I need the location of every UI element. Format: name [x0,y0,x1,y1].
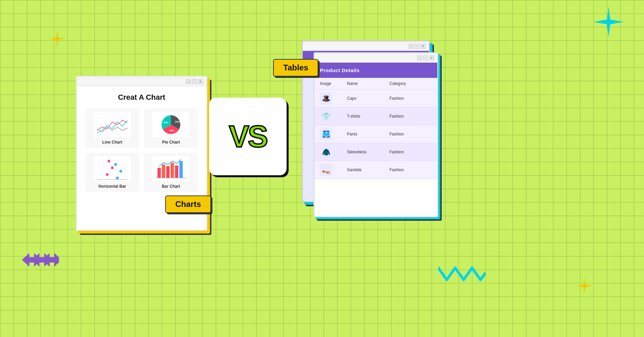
deco-star-yellow [49,30,66,47]
row-1-category: Fashion [389,114,432,119]
table-col-headers: Image Name Category [315,78,437,90]
svg-point-22 [116,177,119,179]
row-4-category: Fashion [389,167,432,172]
col-category-header: Category [389,81,432,86]
svg-rect-30 [179,161,183,178]
deco-arrows-purple [22,253,59,270]
line-chart-preview [94,112,131,137]
table-row: 🩳 Pants Fashion [315,125,437,143]
svg-text:40%: 40% [164,121,169,124]
table-header-title: Product Details [320,67,360,73]
table-back-close: ✕ [421,44,426,49]
charts-badge: Charts [165,195,211,213]
svg-point-21 [106,173,109,176]
chart-grid: Line Chart [85,109,198,192]
table-back-min: □ [409,44,413,49]
table-header-bar: Product Details [315,63,437,78]
table-back-max: ○ [415,44,419,49]
svg-rect-29 [175,165,178,178]
deco-zigzag-cyan [438,263,479,283]
window-minimize-btn[interactable]: □ [186,79,191,84]
table-window-close[interactable]: ✕ [429,56,434,60]
bar-chart-card[interactable]: Bar Chart [144,153,198,192]
svg-point-17 [108,160,110,162]
window-maximize-btn[interactable]: ○ [192,79,197,84]
svg-text:40%: 40% [170,129,175,132]
table-window-max[interactable]: ○ [423,56,428,60]
row-3-category: Fashion [389,150,432,154]
bar-chart-label: Bar Chart [162,184,180,189]
caps-icon: 🎩 [320,92,332,104]
row-2-img: 🩳 [320,128,347,140]
table-back-titlebar: □ ○ ✕ [303,41,429,51]
col-image-header: Image [320,81,347,86]
row-0-category: Fashion [389,96,432,101]
deco-star-yellow-br [577,278,592,293]
row-1-img: 👕 [320,110,347,122]
charts-titlebar: □ ○ ✕ [77,77,206,86]
svg-rect-28 [171,163,174,178]
pie-chart-preview: 20% 40% 40% [152,112,189,137]
sandals-icon: 👡 [320,164,332,176]
table-row: 🧥 Sleeveless Fashion [315,143,437,161]
row-1-name: T-shirts [347,114,389,119]
window-close-btn[interactable]: ✕ [198,79,203,84]
tables-badge: Tables [273,59,318,76]
table-titlebar: □ ○ ✕ [315,53,437,63]
pie-chart-label: Pie Chart [162,140,180,145]
svg-rect-26 [162,164,165,178]
tshirts-icon: 👕 [320,110,332,122]
svg-rect-3 [94,112,131,137]
horizontal-bar-label: Horizontal Bar [98,184,126,189]
table-window-min[interactable]: □ [417,56,422,60]
col-name-header: Name [347,81,389,86]
table-row: 🎩 Caps Fashion [315,90,437,108]
pie-chart-card[interactable]: 20% 40% 40% Pie Chart [144,109,198,148]
svg-rect-25 [157,168,161,178]
horizontal-bar-preview [94,156,131,181]
vs-box: VS [209,98,287,175]
svg-rect-27 [166,166,170,178]
svg-text:20%: 20% [175,121,180,123]
charts-window-title: Creat A Chart [85,93,198,102]
row-4-img: 👡 [320,164,347,176]
vs-label: VS [229,119,267,154]
row-3-name: Sleeveless [347,150,389,154]
row-3-img: 🧥 [320,146,347,158]
row-2-name: Pants [347,132,389,136]
line-chart-label: Line Chart [102,140,122,145]
svg-point-19 [111,166,114,169]
horizontal-bar-card[interactable]: Horizontal Bar [85,153,139,192]
deco-star-cyan [593,7,620,34]
line-chart-card[interactable]: Line Chart [85,109,139,148]
row-0-img: 🎩 [320,92,347,104]
table-window: □ ○ ✕ Product Details Image Name Categor… [314,52,438,217]
svg-point-20 [119,170,122,173]
bar-chart-preview [152,156,189,181]
charts-window-body: Creat A Chart [77,86,206,199]
row-2-category: Fashion [389,132,432,136]
table-row: 👡 Sandals Fashion [315,161,437,179]
svg-point-18 [114,163,117,166]
sleeveless-icon: 🧥 [320,146,332,158]
row-4-name: Sandals [347,167,389,172]
table-row: 👕 T-shirts Fashion [315,108,437,125]
pants-icon: 🩳 [320,128,332,140]
row-0-name: Caps [347,96,389,101]
